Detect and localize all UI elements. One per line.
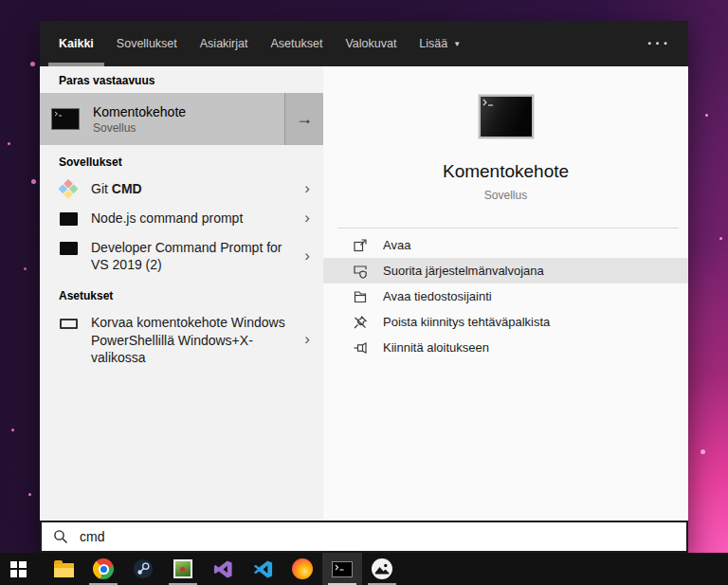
app-item-nodejs-prompt[interactable]: Node.js command prompt ›: [40, 204, 323, 233]
search-flyout-window: Kaikki Sovellukset Asiakirjat Asetukset …: [40, 21, 688, 553]
terminal-icon: [59, 242, 78, 255]
firefox-icon: [292, 558, 313, 579]
start-button[interactable]: [0, 553, 36, 585]
photos-button[interactable]: [362, 553, 402, 585]
vs-code-icon: [252, 558, 274, 580]
tab-documents-label: Asiakirjat: [200, 37, 248, 50]
taskbar: [0, 553, 728, 585]
best-match-text: Komentokehote Sovellus: [93, 104, 186, 135]
git-icon: [59, 181, 78, 197]
image-viewer-button[interactable]: [163, 553, 203, 585]
action-label: Avaa: [383, 238, 410, 252]
tab-apps-label: Sovellukset: [117, 37, 177, 50]
arrow-right-icon: →: [296, 109, 313, 129]
visual-studio-button[interactable]: [203, 553, 243, 585]
tab-settings-label: Asetukset: [271, 37, 323, 50]
tab-apps[interactable]: Sovellukset: [105, 21, 189, 66]
setting-item-label: Korvaa komentokehote Windows PowerShelli…: [91, 314, 291, 366]
action-label: Poista kiinnitys tehtäväpalkista: [383, 315, 550, 329]
divider: [337, 228, 679, 229]
open-icon: [352, 237, 368, 253]
file-explorer-icon: [54, 563, 74, 577]
command-prompt-icon: [51, 108, 80, 130]
search-icon: [53, 529, 68, 544]
tab-photos[interactable]: Valokuvat: [334, 21, 408, 66]
search-input[interactable]: [80, 529, 675, 544]
action-label: Kiinnitä aloitukseen: [383, 340, 489, 355]
app-item-dev-prompt[interactable]: Developer Command Prompt for VS 2019 (2)…: [40, 233, 323, 279]
settings-heading: Asetukset: [40, 279, 323, 308]
unpin-icon: [352, 314, 368, 330]
settings-toggle-icon: [59, 317, 78, 329]
tab-all-label: Kaikki: [59, 37, 94, 50]
command-prompt-button[interactable]: [322, 553, 362, 585]
folder-icon: [352, 288, 368, 304]
preview-header: Komentokehote Sovellus: [323, 66, 688, 202]
best-match-expand-button[interactable]: →: [284, 93, 323, 145]
action-run-as-admin[interactable]: Suorita järjestelmänvalvojana: [323, 258, 688, 283]
results-column: Paras vastaavuus Komentokehote Sovellus …: [40, 66, 323, 521]
action-label: Avaa tiedostosijainti: [383, 289, 492, 303]
admin-shield-icon: [352, 263, 368, 279]
action-list: Avaa Suorita järjestelmänvalvojana Avaa …: [323, 228, 688, 360]
app-item-label: Node.js command prompt: [91, 210, 291, 227]
vs-code-button[interactable]: [243, 553, 282, 585]
best-match-subtitle: Sovellus: [93, 121, 186, 135]
dropdown-arrow-icon: ▼: [453, 39, 461, 48]
more-options-button[interactable]: ···: [647, 35, 671, 52]
tab-all[interactable]: Kaikki: [47, 21, 105, 66]
setting-item-replace-cmd[interactable]: Korvaa komentokehote Windows PowerShelli…: [40, 308, 323, 372]
chrome-icon: [93, 558, 114, 579]
app-item-git-cmd[interactable]: Git CMD ›: [40, 174, 323, 204]
file-explorer-button[interactable]: [44, 553, 83, 585]
command-prompt-icon: [332, 561, 353, 577]
tab-photos-label: Valokuvat: [345, 37, 396, 50]
app-item-label: Git CMD: [91, 180, 291, 197]
search-results-body: Paras vastaavuus Komentokehote Sovellus …: [40, 66, 688, 521]
photos-icon: [372, 558, 392, 579]
chevron-right-icon: ›: [304, 331, 310, 349]
apps-heading: Sovellukset: [40, 145, 323, 174]
chevron-right-icon: ›: [304, 180, 310, 198]
steam-icon: [133, 558, 154, 579]
best-match-main[interactable]: Komentokehote Sovellus: [40, 93, 284, 145]
windows-logo-icon: [10, 561, 27, 577]
firefox-button[interactable]: [282, 553, 322, 585]
preview-subtitle: Sovellus: [323, 189, 688, 202]
tab-settings[interactable]: Asetukset: [260, 21, 335, 66]
steam-button[interactable]: [123, 553, 163, 585]
chevron-right-icon: ›: [304, 210, 310, 228]
tab-more-label: Lisää: [419, 37, 447, 50]
search-bar: [40, 521, 688, 553]
best-match-title: Komentokehote: [93, 104, 186, 119]
best-match-item[interactable]: Komentokehote Sovellus →: [40, 93, 323, 145]
action-open[interactable]: Avaa: [323, 232, 688, 258]
chrome-button[interactable]: [83, 553, 123, 585]
search-tab-bar: Kaikki Sovellukset Asiakirjat Asetukset …: [40, 21, 688, 66]
action-pin-start[interactable]: Kiinnitä aloitukseen: [323, 335, 688, 360]
action-open-file-location[interactable]: Avaa tiedostosijainti: [323, 283, 688, 309]
pin-icon: [352, 339, 368, 356]
command-prompt-icon-large: [479, 95, 534, 138]
action-unpin-taskbar[interactable]: Poista kiinnitys tehtäväpalkista: [323, 309, 688, 335]
best-match-heading: Paras vastaavuus: [40, 66, 323, 93]
preview-title: Komentokehote: [323, 161, 688, 182]
chevron-right-icon: ›: [304, 247, 310, 265]
app-item-label: Developer Command Prompt for VS 2019 (2): [91, 239, 291, 273]
terminal-icon: [59, 212, 78, 226]
action-label: Suorita järjestelmänvalvojana: [383, 264, 544, 278]
image-viewer-icon: [173, 559, 192, 578]
visual-studio-icon: [212, 558, 234, 580]
tab-documents[interactable]: Asiakirjat: [189, 21, 260, 66]
preview-panel: Komentokehote Sovellus Avaa Suorita järj…: [323, 66, 688, 521]
tab-more[interactable]: Lisää ▼: [408, 21, 472, 66]
stars-pink: [0, 0, 3, 3]
